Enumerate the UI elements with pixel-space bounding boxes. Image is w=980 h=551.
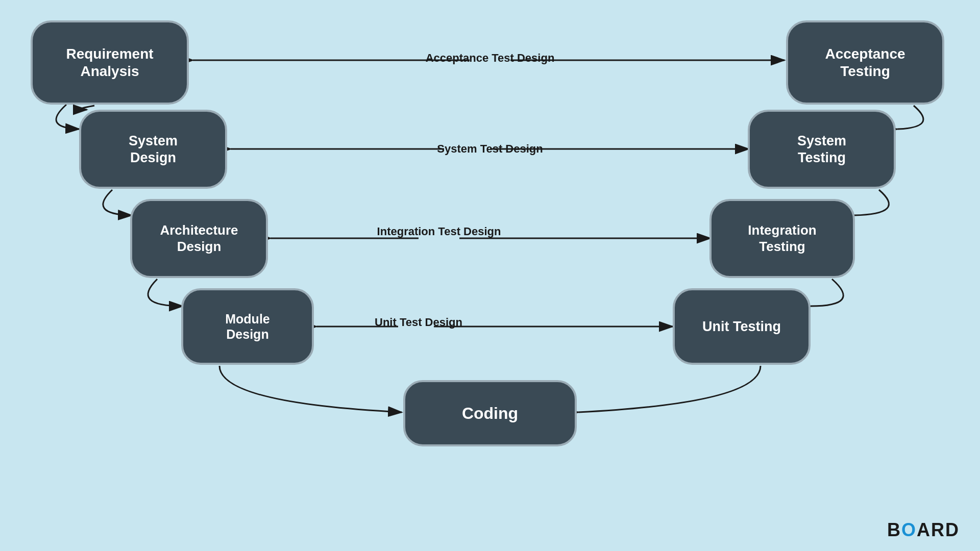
unit-test-design-label: Unit Test Design xyxy=(347,315,490,330)
diagram-container: Requirement Analysis Acceptance Testing … xyxy=(0,0,980,551)
requirement-analysis-node: Requirement Analysis xyxy=(31,20,189,105)
system-test-design-label: System Test Design xyxy=(383,142,597,156)
acceptance-test-design-label: Acceptance Test Design xyxy=(362,51,618,65)
coding-node: Coding xyxy=(403,380,577,446)
integration-testing-node: Integration Testing xyxy=(709,199,855,278)
acceptance-testing-node: Acceptance Testing xyxy=(786,20,944,105)
architecture-design-node: Architecture Design xyxy=(130,199,268,278)
system-design-node: System Design xyxy=(79,110,227,189)
unit-testing-node: Unit Testing xyxy=(673,288,811,365)
module-design-node: Module Design xyxy=(181,288,314,365)
system-testing-node: System Testing xyxy=(748,110,896,189)
board-logo: BOARD xyxy=(887,519,960,541)
integration-test-design-label: Integration Test Design xyxy=(352,224,526,239)
